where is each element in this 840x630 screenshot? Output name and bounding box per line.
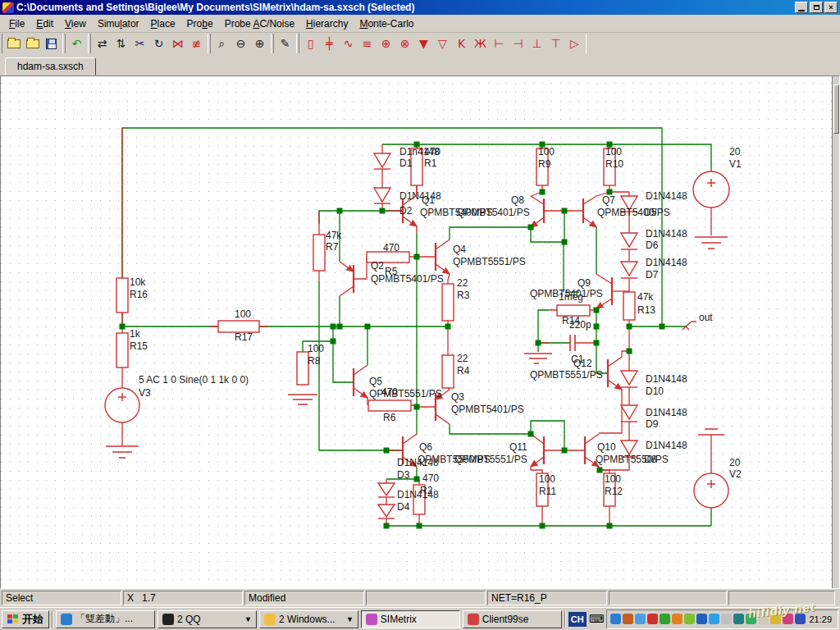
resistor-R13[interactable] bbox=[623, 292, 635, 320]
tray-icon-14[interactable] bbox=[783, 614, 793, 624]
voltage-source-V3[interactable] bbox=[105, 388, 139, 422]
transistor-Q8[interactable] bbox=[531, 196, 544, 227]
keyboard-icon[interactable]: ⌨ bbox=[589, 613, 605, 625]
diode-D10[interactable] bbox=[621, 371, 637, 387]
mirror-icon[interactable]: ⋈ bbox=[168, 34, 187, 52]
minimize-button[interactable] bbox=[795, 2, 808, 13]
place-current-source-icon[interactable]: ⊗ bbox=[395, 34, 414, 52]
close-button[interactable]: × bbox=[824, 2, 838, 13]
place-pjfet-icon[interactable]: ⊣ bbox=[509, 34, 527, 52]
tray-icon-7[interactable] bbox=[696, 614, 707, 624]
menu-edit[interactable]: Edit bbox=[30, 16, 59, 31]
resistor-R15[interactable] bbox=[116, 333, 128, 368]
task-simetrix-button[interactable]: SIMetrix bbox=[361, 610, 460, 628]
tray-icon-12[interactable] bbox=[758, 614, 769, 624]
menu-simulator[interactable]: Simulator bbox=[92, 16, 145, 31]
undo-icon[interactable]: ↶ bbox=[67, 34, 86, 52]
tray-icon-0[interactable] bbox=[610, 614, 621, 624]
place-pmos-icon[interactable]: ⊤ bbox=[546, 34, 565, 52]
zoom-in-icon[interactable]: ⊕ bbox=[250, 34, 269, 52]
place-nmos-icon[interactable]: ⊥ bbox=[527, 34, 546, 52]
start-button[interactable]: 开始 bbox=[2, 610, 49, 628]
place-zener-icon[interactable]: ▽ bbox=[433, 34, 452, 52]
place-ground-icon[interactable]: ≡ bbox=[358, 34, 377, 52]
tray-icon-13[interactable] bbox=[770, 614, 781, 624]
resistor-R17[interactable] bbox=[218, 321, 259, 332]
transistor-Q2[interactable] bbox=[340, 262, 354, 296]
menu-monte-carlo[interactable]: Monte-Carlo bbox=[354, 16, 419, 31]
tray-icon-15[interactable] bbox=[795, 614, 806, 624]
unmirror-icon[interactable]: ≢ bbox=[187, 34, 206, 52]
new-file-icon[interactable] bbox=[23, 34, 42, 52]
place-pnp-icon[interactable]: Ж bbox=[471, 34, 490, 52]
cut-icon[interactable]: ✂ bbox=[130, 34, 149, 52]
diode-D1[interactable] bbox=[374, 153, 390, 169]
place-voltage-source-icon[interactable]: ⊕ bbox=[377, 34, 395, 52]
vertical-scrollbar[interactable] bbox=[832, 76, 839, 588]
tray-icon-6[interactable] bbox=[684, 614, 695, 624]
diode-D6[interactable] bbox=[621, 233, 637, 249]
tray-icon-11[interactable] bbox=[746, 614, 756, 624]
resistor-R7[interactable] bbox=[313, 235, 325, 271]
task-qq-button[interactable]: 2 QQ▼ bbox=[158, 610, 257, 628]
task-qq-dropdown-icon[interactable]: ▼ bbox=[244, 615, 252, 623]
resistor-R8[interactable] bbox=[297, 352, 308, 385]
task-client99se-button[interactable]: Client99se bbox=[463, 610, 562, 628]
place-resistor-icon[interactable]: ▯ bbox=[301, 34, 320, 52]
schematic-label: QPMBT5551/PS bbox=[453, 256, 526, 267]
transistor-Q7[interactable] bbox=[583, 196, 596, 227]
zoom-out-icon[interactable]: ⊖ bbox=[231, 34, 250, 52]
task-browser-button[interactable]: 「雙差動」... bbox=[56, 610, 155, 628]
language-indicator[interactable]: CH bbox=[568, 612, 587, 627]
diode-D9[interactable] bbox=[621, 405, 637, 422]
save-file-icon[interactable] bbox=[42, 34, 61, 52]
rotate-icon[interactable]: ↻ bbox=[149, 34, 168, 52]
wire-pen-icon[interactable]: ✎ bbox=[276, 34, 294, 52]
voltage-source-V2[interactable] bbox=[694, 473, 728, 508]
flip-vertical-glyph: ⇅ bbox=[116, 38, 126, 49]
tray-icon-4[interactable] bbox=[660, 614, 670, 624]
place-njfet-icon[interactable]: ⊢ bbox=[490, 34, 509, 52]
tab-schematic[interactable]: hdam-sa.sxsch bbox=[5, 57, 96, 75]
place-capacitor-icon[interactable]: ╪ bbox=[320, 34, 339, 52]
task-windows-dropdown-icon[interactable]: ▼ bbox=[346, 615, 354, 623]
diode-D4[interactable] bbox=[378, 504, 395, 518]
resistor-R16[interactable] bbox=[116, 278, 128, 313]
diode-D7[interactable] bbox=[621, 262, 637, 278]
transistor-Q5[interactable] bbox=[354, 365, 368, 398]
menu-place[interactable]: Place bbox=[145, 16, 181, 31]
menu-probe-ac-noise[interactable]: Probe AC/Noise bbox=[219, 16, 300, 31]
place-inductor-icon[interactable]: ∿ bbox=[339, 34, 358, 52]
resistor-R4[interactable] bbox=[442, 355, 454, 388]
tray-icon-2[interactable] bbox=[635, 614, 646, 624]
place-npn-icon[interactable]: K bbox=[452, 34, 471, 52]
place-diode-icon[interactable]: ▼ bbox=[414, 34, 433, 52]
flip-vertical-icon[interactable]: ⇅ bbox=[112, 34, 130, 52]
tray-icon-8[interactable] bbox=[709, 614, 719, 624]
task-windows-button[interactable]: 2 Windows...▼ bbox=[259, 610, 358, 628]
tray-icon-9[interactable] bbox=[721, 614, 732, 624]
menu-probe[interactable]: Probe bbox=[181, 16, 219, 31]
menu-hierarchy[interactable]: Hierarchy bbox=[300, 16, 354, 31]
tray-icon-1[interactable] bbox=[623, 614, 633, 624]
flip-horizontal-icon[interactable]: ⇄ bbox=[93, 34, 112, 52]
zoom-area-icon[interactable]: ⌕ bbox=[212, 34, 231, 52]
resistor-R3[interactable] bbox=[442, 284, 454, 321]
diode-D3[interactable] bbox=[378, 483, 395, 497]
place-buffer-icon[interactable]: ▷ bbox=[565, 34, 584, 52]
capacitor-C1[interactable] bbox=[570, 335, 575, 351]
menu-file[interactable]: File bbox=[3, 16, 30, 31]
voltage-source-V1[interactable] bbox=[693, 171, 729, 208]
transistor-Q12[interactable] bbox=[608, 357, 622, 390]
restore-button[interactable] bbox=[810, 2, 823, 13]
tray-icon-10[interactable] bbox=[733, 614, 744, 624]
tray-icon-3[interactable] bbox=[647, 614, 658, 624]
schematic-canvas[interactable]: D1n4148470D1R1D1N4148D2Q1QPMBT5400/PSQ8Q… bbox=[0, 75, 840, 589]
diode-D2[interactable] bbox=[374, 188, 390, 203]
transistor-Q11[interactable] bbox=[531, 434, 544, 467]
transistor-Q4[interactable] bbox=[436, 240, 450, 274]
resistor-R6[interactable] bbox=[368, 400, 411, 411]
menu-view[interactable]: View bbox=[59, 16, 92, 31]
tray-icon-5[interactable] bbox=[672, 614, 682, 624]
open-file-icon[interactable] bbox=[4, 34, 23, 52]
